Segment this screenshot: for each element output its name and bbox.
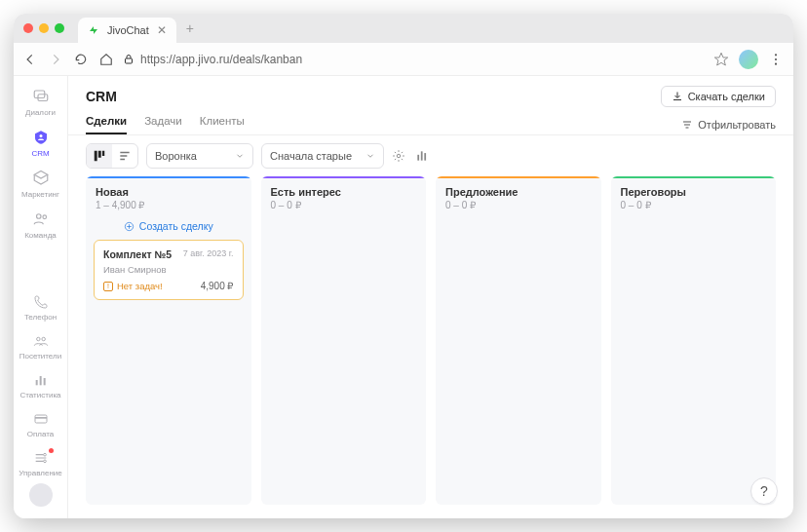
sidebar-item-crm[interactable]: CRM	[14, 123, 67, 164]
reload-icon[interactable]	[74, 53, 88, 66]
sidebar-item-label: Управление	[19, 469, 61, 477]
deal-name: Комплект №5	[103, 248, 172, 260]
team-icon	[32, 210, 50, 228]
svg-point-7	[36, 214, 41, 219]
column-summary: 1 – 4,900 ₽	[96, 200, 242, 210]
plus-circle-icon	[124, 221, 134, 232]
kanban-icon	[93, 149, 106, 163]
tab-deals[interactable]: Сделки	[86, 115, 127, 134]
card-icon	[33, 411, 49, 427]
sidebar-item-visitors[interactable]: Посетители	[14, 327, 67, 366]
download-deals-button[interactable]: Скачать сделки	[661, 86, 776, 107]
browser-window: JivoChat ✕ + https://app.jivo.ru/deals/k…	[14, 14, 793, 518]
back-icon[interactable]	[23, 53, 37, 66]
user-avatar[interactable]	[29, 483, 53, 507]
svg-rect-24	[424, 153, 426, 161]
main-header: CRM Скачать сделки	[68, 76, 793, 107]
settings-button[interactable]	[392, 149, 405, 163]
sidebar-item-dialogs[interactable]: Диалоги	[14, 82, 67, 123]
sidebar-item-label: Посетители	[19, 352, 61, 361]
filter-label: Отфильтровать	[698, 119, 776, 131]
deal-date: 7 авг. 2023 г.	[183, 248, 234, 260]
toolbar: Воронка Сначала старые	[68, 135, 793, 176]
browser-tab[interactable]: JivoChat ✕	[78, 18, 176, 43]
sidebar-item-marketing[interactable]: Маркетинг	[14, 164, 67, 205]
notification-dot-icon	[49, 448, 54, 453]
sidebar-item-team[interactable]: Команда	[14, 205, 67, 246]
list-icon	[118, 149, 132, 163]
no-tasks-label: Нет задач!	[117, 281, 163, 291]
svg-rect-23	[421, 151, 423, 160]
svg-point-1	[775, 54, 777, 56]
crm-icon	[32, 129, 50, 146]
titlebar: JivoChat ✕ +	[14, 14, 793, 43]
app: Диалоги CRM Маркетинг Команда Телефон	[14, 76, 793, 518]
view-toggle	[86, 143, 138, 169]
deal-card[interactable]: Комплект №5 7 авг. 2023 г. Иван Смирнов …	[94, 240, 244, 300]
sidebar-item-label: Маркетинг	[21, 190, 59, 199]
chat-icon	[32, 88, 50, 105]
help-label: ?	[760, 483, 768, 499]
sidebar-item-label: Телефон	[24, 313, 57, 322]
tab-favicon	[88, 24, 99, 36]
create-deal-button[interactable]: Создать сделку	[86, 216, 251, 240]
main: CRM Скачать сделки Сделки Задачи Клиенты…	[68, 76, 793, 518]
sidebar-item-label: CRM	[31, 149, 49, 158]
analytics-button[interactable]	[415, 149, 429, 163]
url-input[interactable]: https://app.jivo.ru/deals/kanban	[123, 53, 704, 66]
sidebar: Диалоги CRM Маркетинг Команда Телефон	[14, 76, 68, 518]
sidebar-item-payment[interactable]: Оплата	[14, 405, 67, 444]
close-tab-icon[interactable]: ✕	[157, 23, 167, 37]
tabs-row: Сделки Задачи Клиенты Отфильтровать	[68, 107, 793, 135]
star-icon[interactable]	[713, 52, 729, 67]
inbox-icon	[32, 170, 50, 187]
kanban-view-button[interactable]	[87, 144, 112, 168]
column-title: Предложение	[445, 186, 592, 198]
maximize-icon[interactable]	[55, 23, 64, 33]
tab-tasks[interactable]: Задачи	[144, 115, 182, 134]
sidebar-item-manage[interactable]: Управление	[14, 444, 67, 483]
phone-icon	[33, 294, 49, 310]
funnel-select[interactable]: Воронка	[146, 143, 253, 169]
close-icon[interactable]	[23, 23, 33, 33]
sort-select-label: Сначала старые	[270, 150, 352, 162]
traffic-lights	[23, 23, 78, 33]
profile-avatar[interactable]	[739, 50, 758, 69]
download-icon	[672, 91, 683, 102]
home-icon[interactable]	[99, 53, 113, 66]
column-summary: 0 – 0 ₽	[621, 200, 767, 210]
sidebar-item-label: Команда	[24, 231, 57, 240]
tabs: Сделки Задачи Клиенты	[86, 115, 245, 134]
sidebar-item-phone[interactable]: Телефон	[14, 288, 67, 327]
svg-point-6	[39, 134, 42, 137]
help-button[interactable]: ?	[750, 477, 778, 505]
kanban-column-negotiation: Переговоры 0 – 0 ₽	[611, 176, 777, 505]
column-title: Новая	[96, 186, 242, 198]
svg-point-10	[41, 337, 44, 340]
visitors-icon	[33, 333, 49, 349]
svg-rect-19	[98, 151, 101, 158]
stats-icon	[33, 372, 49, 388]
chevron-down-icon	[365, 151, 375, 161]
forward-icon[interactable]	[49, 53, 62, 66]
kebab-icon[interactable]	[768, 52, 784, 67]
tab-clients[interactable]: Клиенты	[200, 115, 245, 134]
bar-chart-icon	[415, 149, 429, 163]
filter-button[interactable]: Отфильтровать	[681, 119, 776, 131]
svg-rect-20	[102, 151, 104, 156]
gear-icon	[392, 149, 405, 163]
svg-rect-22	[417, 155, 419, 161]
sort-select[interactable]: Сначала старые	[261, 143, 384, 169]
svg-rect-14	[35, 415, 47, 423]
column-summary: 0 – 0 ₽	[271, 200, 417, 210]
svg-rect-11	[35, 380, 37, 385]
deal-amount: 4,900 ₽	[201, 281, 234, 291]
minimize-icon[interactable]	[39, 23, 49, 33]
warning-box-icon: !	[103, 282, 113, 291]
sidebar-item-stats[interactable]: Статистика	[14, 366, 67, 405]
list-view-button[interactable]	[112, 144, 137, 168]
new-tab-button[interactable]: +	[176, 20, 204, 36]
svg-rect-13	[43, 378, 45, 385]
svg-rect-18	[95, 151, 97, 162]
svg-point-16	[43, 453, 46, 456]
